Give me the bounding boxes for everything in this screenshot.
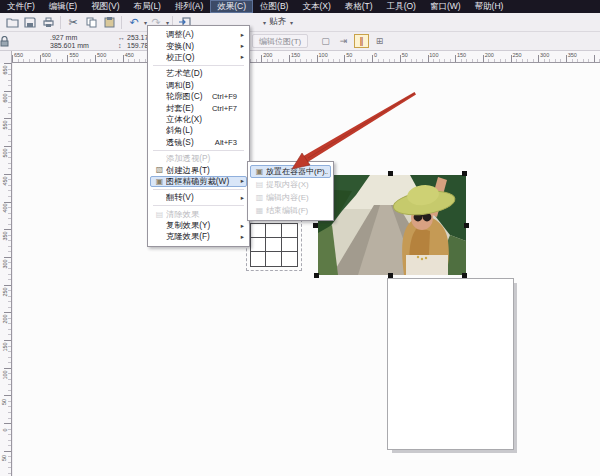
menu-item-icon: ▥: [253, 193, 266, 202]
effects-menu-item[interactable]: 透镜(S) Alt+F3: [150, 137, 247, 148]
menu-separator: [153, 205, 244, 206]
effects-menu-item[interactable]: 克隆效果(F) ▸: [150, 231, 247, 242]
menubar-item[interactable]: 表格(T): [338, 0, 380, 13]
selection-handle[interactable]: [464, 223, 469, 228]
document-page[interactable]: [387, 278, 514, 450]
menubar-item[interactable]: 效果(C): [210, 0, 253, 13]
paste-icon[interactable]: [101, 15, 117, 30]
menu-separator: [153, 150, 244, 151]
snap-to-control[interactable]: ▾ 贴齐 ▾: [262, 16, 293, 28]
effects-menu-item[interactable]: 斜角(L): [150, 125, 247, 136]
submenu-arrow-icon: ▸: [237, 222, 244, 230]
property-bar: .927 mm ↔253.175 mm 100.0 % 385.601 mm ↕…: [0, 32, 600, 51]
ruler-label: 100: [0, 368, 9, 396]
copy-icon[interactable]: [83, 15, 99, 30]
menubar-item[interactable]: 布局(L): [127, 0, 168, 13]
effects-menu-item[interactable]: 调整(A) ▸: [150, 29, 247, 40]
menubar-item[interactable]: 帮助(H): [468, 0, 511, 13]
ruler-label: 200: [0, 312, 9, 340]
ruler-label: 300: [538, 51, 566, 60]
caret-icon: ▾: [263, 19, 266, 26]
ruler-label: 100: [427, 51, 455, 60]
bitmap-options-icon[interactable]: ⊞: [372, 34, 387, 48]
powerclip-submenu-item[interactable]: ▤ 提取内容(X): [250, 178, 331, 191]
open-icon[interactable]: [4, 15, 20, 30]
powerclip-submenu-item[interactable]: ▣ 放置在容器中(P)...: [250, 165, 331, 178]
effects-menu-item[interactable]: 翻转(V) ▸: [150, 192, 247, 203]
selection-handle[interactable]: [314, 273, 319, 278]
height-icon: ↕: [118, 42, 127, 49]
ruler-label: 500: [95, 51, 123, 60]
ruler-label: 650: [0, 63, 9, 91]
horizontal-ruler[interactable]: 6506005505004504003503002502001501005005…: [0, 51, 600, 63]
selection-handle[interactable]: [462, 171, 467, 176]
vertical-ruler[interactable]: 6506005505004504003503002502001501005005…: [0, 63, 12, 476]
selection-handle[interactable]: [462, 273, 467, 278]
ruler-label: 500: [0, 146, 9, 174]
menubar-item[interactable]: 文件(F): [0, 0, 42, 13]
graph-paper-object[interactable]: [250, 223, 298, 267]
submenu-arrow-icon: ▸: [237, 177, 244, 185]
effects-menu-item[interactable]: 复制效果(Y) ▸: [150, 220, 247, 231]
menubar-item[interactable]: 窗口(W): [423, 0, 468, 13]
effects-menu-item[interactable]: 添加透视(P): [150, 153, 247, 164]
menu-item-icon: ▣: [253, 167, 266, 176]
straighten-bitmap-icon[interactable]: ∥: [354, 34, 369, 48]
effects-menu-item[interactable]: 轮廓图(C) Ctrl+F9: [150, 91, 247, 102]
selection-handle[interactable]: [388, 273, 393, 278]
edit-bitmap-button[interactable]: 编辑位图(T): [252, 34, 308, 48]
ruler-label: 50: [0, 395, 9, 423]
ruler-label: 350: [0, 229, 9, 257]
object-x-field[interactable]: .927 mm: [50, 34, 114, 41]
ruler-label: 450: [0, 174, 9, 202]
selection-handle[interactable]: [313, 223, 318, 228]
ruler-label: 350: [566, 51, 594, 60]
save-icon[interactable]: [22, 15, 38, 30]
ruler-label: 550: [0, 118, 9, 146]
ruler-label: 250: [510, 51, 538, 60]
effects-menu-item[interactable]: 变换(N) ▸: [150, 40, 247, 51]
cut-icon[interactable]: ✂: [65, 15, 81, 30]
toolbar-separator: [60, 16, 61, 29]
shortcut-label: Alt+F3: [215, 138, 237, 147]
effects-menu-item[interactable]: 艺术笔(D): [150, 68, 247, 79]
effects-menu-item[interactable]: 封套(E) Ctrl+F7: [150, 102, 247, 113]
menubar-item[interactable]: 视图(V): [84, 0, 126, 13]
selection-handle[interactable]: [388, 171, 393, 176]
object-y-field[interactable]: 385.601 mm: [50, 42, 114, 49]
menubar-item[interactable]: 位图(B): [253, 0, 295, 13]
submenu-arrow-icon: ▸: [237, 194, 244, 202]
powerclip-submenu-item[interactable]: ▥ 编辑内容(E): [250, 191, 331, 204]
ruler-label: 100: [317, 51, 345, 60]
powerclip-submenu-item[interactable]: ▦ 结束编辑(F): [250, 204, 331, 217]
effects-menu-item[interactable]: 立体化(X): [150, 114, 247, 125]
menubar-item[interactable]: 工具(O): [380, 0, 423, 13]
menubar-item[interactable]: 排列(A): [168, 0, 210, 13]
submenu-arrow-icon: ▸: [237, 53, 244, 61]
drawing-canvas[interactable]: [13, 63, 600, 476]
menubar-item[interactable]: 文本(X): [295, 0, 337, 13]
crop-bitmap-icon[interactable]: ▢: [318, 34, 333, 48]
submenu-arrow-icon: ▸: [237, 42, 244, 50]
width-icon: ↔: [118, 34, 127, 41]
ruler-label: 0: [372, 51, 400, 60]
ruler-origin-box[interactable]: [0, 51, 12, 63]
menubar-item[interactable]: 编辑(E): [42, 0, 84, 13]
menu-item-icon: ▤: [253, 180, 266, 189]
effects-menu-item[interactable]: ▧ 创建边界(T): [150, 164, 247, 175]
effects-menu-item[interactable]: ▣ 图框精确剪裁(W) ▸: [150, 176, 247, 187]
lock-ratio-icon[interactable]: [0, 36, 46, 48]
ruler-label: 200: [261, 51, 289, 60]
ruler-label: 150: [0, 340, 9, 368]
ruler-label: 200: [483, 51, 511, 60]
bitmap-photo-woman-in-hat[interactable]: [318, 175, 466, 275]
trace-bitmap-icon[interactable]: ⇥: [336, 34, 351, 48]
ruler-label: 300: [0, 257, 9, 285]
effects-menu-item[interactable]: 调和(B): [150, 80, 247, 91]
print-icon[interactable]: [40, 15, 56, 30]
undo-icon[interactable]: ↶: [126, 15, 142, 30]
effects-menu-item[interactable]: 校正(Q) ▸: [150, 52, 247, 63]
shortcut-label: Ctrl+F9: [212, 92, 237, 101]
effects-menu-item[interactable]: ▤ 清除效果: [150, 208, 247, 219]
menu-item-icon: ▤: [153, 210, 166, 219]
